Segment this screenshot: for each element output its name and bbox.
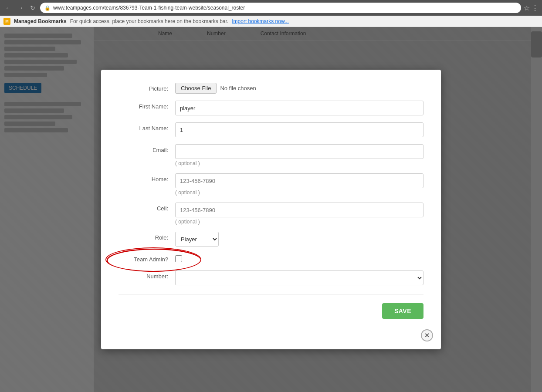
menu-icon[interactable]: ⋮ (532, 4, 539, 12)
first-name-label: First Name: (119, 101, 175, 110)
team-admin-checkbox[interactable] (175, 255, 182, 262)
bookmarks-bar: M Managed Bookmarks For quick access, pl… (0, 16, 542, 27)
cell-hint: ( optional ) (175, 219, 423, 225)
toolbar-actions: ☆ ⋮ (524, 4, 539, 12)
role-select[interactable]: Player Coach Manager (175, 232, 219, 247)
button-row: SAVE (119, 303, 423, 319)
choose-file-button[interactable]: Choose File (175, 83, 217, 94)
bookmarks-hint: For quick access, place your bookmarks h… (70, 18, 229, 24)
modal-dialog: Picture: Choose File No file chosen Firs… (101, 70, 441, 349)
browser-toolbar: ← → ↻ 🔒 www.teampages.com/teams/836793-T… (0, 0, 542, 16)
team-admin-control (175, 253, 423, 264)
lock-icon: 🔒 (44, 5, 51, 11)
number-control (175, 270, 423, 285)
home-input[interactable] (175, 173, 423, 188)
first-name-input[interactable] (175, 101, 423, 115)
home-hint: ( optional ) (175, 189, 423, 196)
page-background: SCHEDULE Name Number Contact Information… (0, 27, 542, 392)
team-admin-row: Team Admin? (119, 253, 423, 264)
role-control: Player Coach Manager (175, 232, 423, 247)
last-name-input[interactable] (175, 122, 423, 137)
url-text: www.teampages.com/teams/836793-Team-1-fi… (53, 5, 245, 11)
cell-control: ( optional ) (175, 203, 423, 225)
bookmark-icon: M (3, 18, 10, 25)
bookmarks-label: Managed Bookmarks (14, 18, 67, 24)
number-select[interactable] (175, 270, 423, 285)
modal-close-button[interactable]: ✕ (421, 329, 433, 341)
home-label: Home: (119, 173, 175, 182)
role-label: Role: (119, 232, 175, 241)
forward-button[interactable]: → (16, 3, 25, 13)
modal-overlay: Picture: Choose File No file chosen Firs… (0, 27, 542, 392)
home-control: ( optional ) (175, 173, 423, 196)
cell-label: Cell: (119, 203, 175, 212)
save-button[interactable]: SAVE (382, 303, 423, 319)
refresh-button[interactable]: ↻ (28, 3, 37, 13)
browser-chrome: ← → ↻ 🔒 www.teampages.com/teams/836793-T… (0, 0, 542, 27)
home-row: Home: ( optional ) (119, 173, 423, 196)
email-control: ( optional ) (175, 144, 423, 166)
address-bar[interactable]: 🔒 www.teampages.com/teams/836793-Team-1-… (40, 3, 521, 13)
cell-row: Cell: ( optional ) (119, 203, 423, 225)
file-input-area: Choose File No file chosen (175, 83, 423, 94)
last-name-row: Last Name: (119, 122, 423, 137)
back-button[interactable]: ← (3, 3, 13, 13)
picture-control: Choose File No file chosen (175, 83, 423, 94)
team-admin-label: Team Admin? (119, 253, 175, 263)
email-row: Email: ( optional ) (119, 144, 423, 166)
no-file-text: No file chosen (220, 85, 256, 91)
import-bookmarks-link[interactable]: Import bookmarks now... (232, 18, 289, 24)
picture-label: Picture: (119, 83, 175, 92)
role-row: Role: Player Coach Manager (119, 232, 423, 247)
email-label: Email: (119, 144, 175, 153)
last-name-control (175, 122, 423, 137)
first-name-row: First Name: (119, 101, 423, 115)
picture-row: Picture: Choose File No file chosen (119, 83, 423, 94)
email-hint: ( optional ) (175, 160, 423, 166)
number-row: Number: (119, 270, 423, 285)
number-label: Number: (119, 270, 175, 280)
first-name-control (175, 101, 423, 115)
last-name-label: Last Name: (119, 122, 175, 132)
email-input[interactable] (175, 144, 423, 159)
bookmark-icon[interactable]: ☆ (524, 4, 530, 12)
cell-input[interactable] (175, 203, 423, 217)
modal-divider (119, 294, 423, 294)
